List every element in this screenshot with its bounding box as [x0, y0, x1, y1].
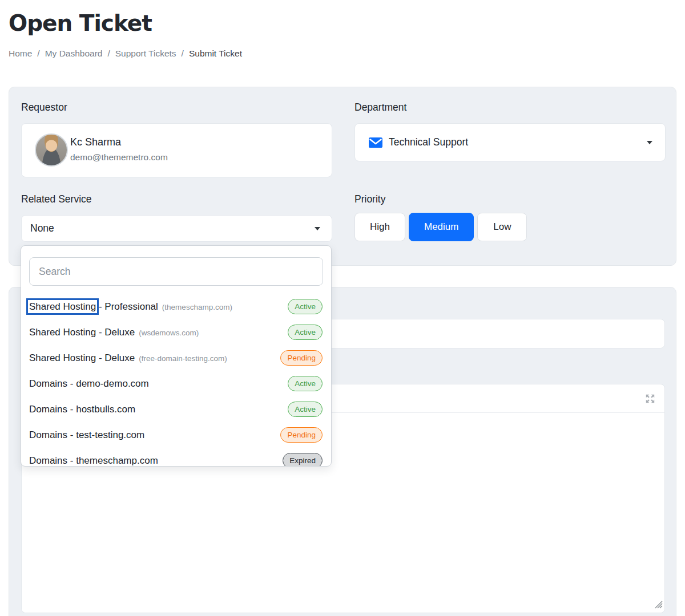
avatar	[35, 133, 68, 167]
status-badge: Active	[288, 325, 323, 341]
priority-high-button[interactable]: High	[354, 213, 405, 241]
service-domain: (wsdemows.com)	[139, 329, 199, 337]
service-option-list: Shared Hosting - Professional(themescham…	[21, 294, 331, 467]
department-selected-value: Technical Support	[389, 136, 468, 148]
status-badge: Pending	[280, 350, 323, 366]
requestor-box: Kc Sharma demo@thememetro.com	[21, 123, 332, 177]
breadcrumb-home[interactable]: Home	[9, 48, 32, 59]
requestor-email: demo@thememetro.com	[70, 152, 168, 163]
priority-button-group: High Medium Low	[354, 213, 527, 241]
caret-down-icon	[647, 141, 652, 144]
highlighted-text: Shared Hosting	[29, 301, 96, 312]
breadcrumb-current: Submit Ticket	[189, 48, 242, 59]
breadcrumb-separator: /	[37, 48, 39, 59]
service-option[interactable]: Shared Hosting - Professional(themescham…	[21, 294, 331, 319]
status-badge: Expired	[283, 453, 323, 467]
service-option[interactable]: Domains - themeschamp.com Expired	[21, 448, 331, 467]
expand-arrows-icon[interactable]	[645, 394, 655, 404]
breadcrumb-separator: /	[182, 48, 184, 59]
related-service-dropdown: Shared Hosting - Professional(themescham…	[21, 245, 332, 467]
service-option[interactable]: Shared Hosting - Deluxe(free-domain-test…	[21, 345, 331, 371]
caret-down-icon	[315, 227, 320, 230]
department-select[interactable]: Technical Support	[354, 123, 666, 161]
search-input[interactable]	[29, 257, 323, 286]
status-badge: Active	[288, 402, 323, 418]
priority-label: Priority	[354, 193, 385, 205]
requestor-label: Requestor	[21, 102, 67, 114]
department-label: Department	[354, 102, 406, 114]
envelope-icon	[369, 137, 382, 148]
related-service-label: Related Service	[21, 193, 92, 205]
service-option[interactable]: Domains - demo-demo.com Active	[21, 371, 331, 396]
breadcrumb-separator: /	[107, 48, 110, 59]
breadcrumb: Home / My Dashboard / Support Tickets / …	[9, 48, 242, 59]
service-option[interactable]: Shared Hosting - Deluxe(wsdemows.com) Ac…	[21, 319, 331, 345]
service-option[interactable]: Domains - test-testing.com Pending	[21, 422, 331, 448]
open-ticket-page: Open Ticket Home / My Dashboard / Suppor…	[0, 0, 685, 616]
status-badge: Active	[288, 299, 323, 315]
related-service-selected-value: None	[30, 222, 54, 234]
requestor-name: Kc Sharma	[70, 136, 121, 148]
ticket-info-card: Requestor Kc Sharma demo@thememetro.com …	[9, 87, 676, 266]
breadcrumb-my-dashboard[interactable]: My Dashboard	[45, 48, 103, 59]
page-title: Open Ticket	[9, 10, 152, 36]
status-badge: Pending	[280, 427, 323, 443]
resize-corner-icon[interactable]	[654, 599, 663, 611]
service-option[interactable]: Domains - hostbulls.com Active	[21, 396, 331, 422]
service-domain: (free-domain-testing.com)	[139, 354, 227, 363]
priority-low-button[interactable]: Low	[477, 213, 527, 241]
status-badge: Active	[288, 376, 323, 392]
related-service-select[interactable]: None	[21, 215, 332, 242]
service-domain: (themeschamp.com)	[162, 303, 232, 311]
priority-medium-button[interactable]: Medium	[409, 213, 474, 241]
breadcrumb-support-tickets[interactable]: Support Tickets	[115, 48, 176, 59]
